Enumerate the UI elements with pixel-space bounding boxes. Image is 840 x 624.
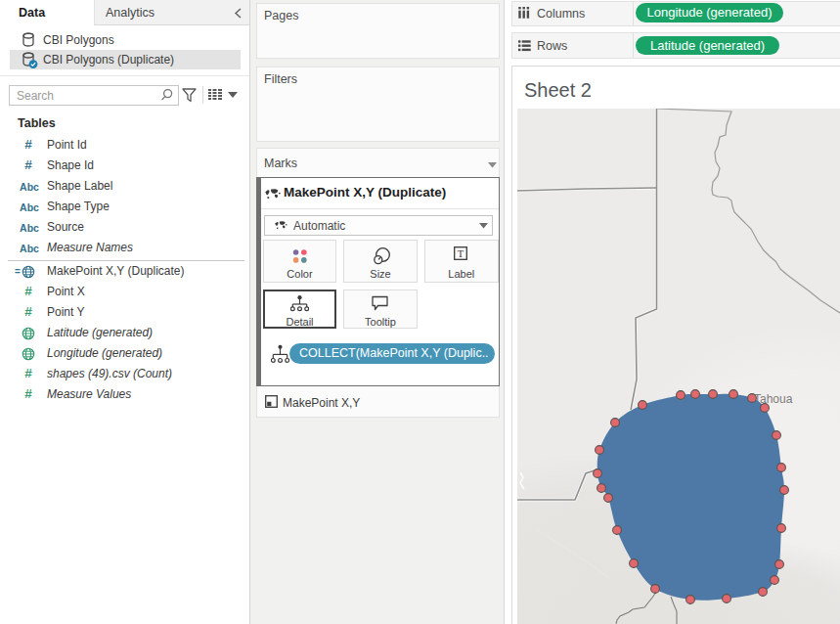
svg-text:T: T bbox=[458, 248, 464, 259]
